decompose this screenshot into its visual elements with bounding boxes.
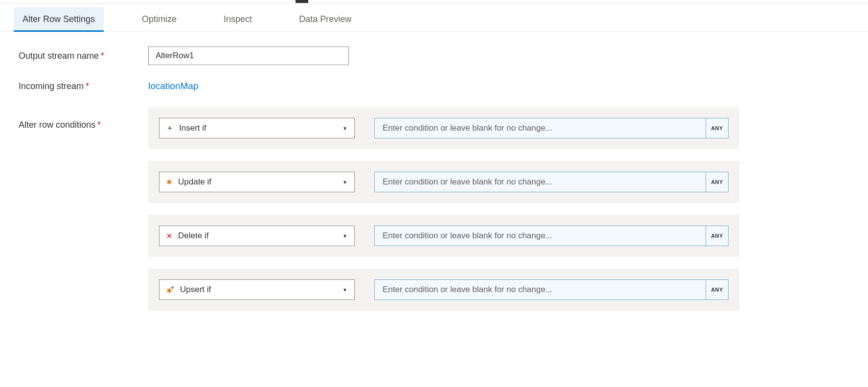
chevron-down-icon: ▼ xyxy=(343,180,347,185)
condition-row: ✕ Delete if ▼ Enter condition or leave b… xyxy=(148,215,739,257)
tab-inspect[interactable]: Inspect xyxy=(215,7,261,31)
alter-row-conditions-label: Alter row conditions* xyxy=(19,107,148,130)
plus-icon: ＋ xyxy=(166,124,173,133)
condition-expression-input[interactable]: Enter condition or leave blank for no ch… xyxy=(374,279,729,300)
tab-alter-row-settings[interactable]: Alter Row Settings xyxy=(14,7,104,31)
condition-row: ✱ Update if ▼ Enter condition or leave b… xyxy=(148,161,739,203)
tab-data-preview[interactable]: Data Preview xyxy=(290,7,360,31)
any-type-badge: ANY xyxy=(706,172,728,192)
condition-expression-input[interactable]: Enter condition or leave blank for no ch… xyxy=(374,172,729,192)
tab-optimize[interactable]: Optimize xyxy=(133,7,185,31)
expression-placeholder: Enter condition or leave blank for no ch… xyxy=(383,123,552,133)
output-stream-name-input[interactable] xyxy=(148,46,349,65)
condition-type-label: Insert if xyxy=(179,123,206,133)
expression-placeholder: Enter condition or leave blank for no ch… xyxy=(383,231,552,241)
expression-placeholder: Enter condition or leave blank for no ch… xyxy=(383,285,552,295)
condition-type-select-upsert[interactable]: ✱＋ Upsert if ▼ xyxy=(159,279,355,300)
alter-row-settings-panel: Output stream name* Incoming stream* loc… xyxy=(0,32,868,341)
chevron-down-icon: ▼ xyxy=(343,126,347,131)
chevron-down-icon: ▼ xyxy=(343,233,347,239)
chevron-down-icon: ▼ xyxy=(343,287,347,293)
condition-type-label: Delete if xyxy=(178,231,208,241)
condition-type-label: Upsert if xyxy=(180,285,211,295)
condition-type-select-update[interactable]: ✱ Update if ▼ xyxy=(159,172,355,192)
any-type-badge: ANY xyxy=(706,226,728,246)
panel-resize-handle[interactable] xyxy=(296,0,308,3)
condition-row: ＋ Insert if ▼ Enter condition or leave b… xyxy=(148,107,739,149)
condition-expression-input[interactable]: Enter condition or leave blank for no ch… xyxy=(374,226,729,246)
asterisk-icon: ✱ xyxy=(166,178,172,186)
incoming-stream-label: Incoming stream* xyxy=(19,81,148,91)
any-type-badge: ANY xyxy=(706,280,728,299)
condition-type-select-delete[interactable]: ✕ Delete if ▼ xyxy=(159,226,355,246)
upsert-icon: ✱＋ xyxy=(166,286,174,294)
condition-type-label: Update if xyxy=(178,177,211,187)
any-type-badge: ANY xyxy=(706,118,728,138)
alter-row-conditions-list: ＋ Insert if ▼ Enter condition or leave b… xyxy=(148,107,739,311)
condition-type-select-insert[interactable]: ＋ Insert if ▼ xyxy=(159,118,355,138)
close-icon: ✕ xyxy=(166,232,172,240)
settings-tabs: Alter Row Settings Optimize Inspect Data… xyxy=(0,3,868,32)
condition-row: ✱＋ Upsert if ▼ Enter condition or leave … xyxy=(148,269,739,311)
output-stream-label: Output stream name* xyxy=(19,51,148,61)
expression-placeholder: Enter condition or leave blank for no ch… xyxy=(383,177,552,187)
condition-expression-input[interactable]: Enter condition or leave blank for no ch… xyxy=(374,118,729,138)
incoming-stream-link[interactable]: locationMap xyxy=(148,81,198,91)
